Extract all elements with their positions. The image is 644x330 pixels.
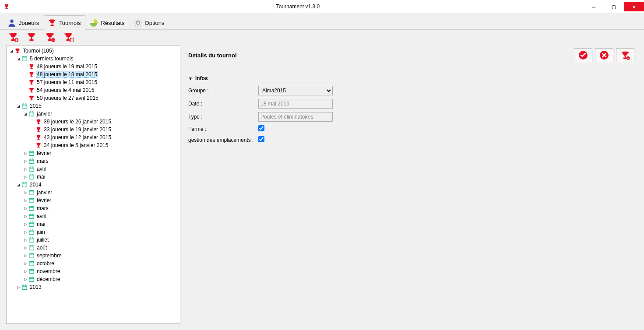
tree-tournament-item[interactable]: 33 joueurs le 19 janvier 2015 — [7, 126, 179, 133]
tree-month-label: octobre — [36, 260, 55, 267]
tree-month[interactable]: avril — [7, 165, 179, 173]
tree-month-label: janvier — [36, 111, 53, 117]
expander-icon[interactable] — [22, 150, 28, 156]
tree-recent-label: 5 derniers tournois — [29, 56, 74, 62]
tree-month[interactable]: octobre — [7, 260, 179, 267]
tree-root[interactable]: Tournoi (105) — [7, 47, 179, 55]
tree-recent[interactable]: 5 derniers tournois — [7, 55, 179, 63]
cancel-button[interactable] — [595, 48, 613, 62]
confirm-button[interactable] — [574, 48, 592, 62]
expander-icon[interactable] — [22, 260, 28, 267]
expander-icon[interactable] — [22, 253, 28, 259]
tree-month[interactable]: mars — [7, 204, 179, 212]
tree-item-label: 43 joueurs le 12 janvier 2015 — [43, 134, 112, 140]
delete-tournament-button[interactable] — [45, 32, 55, 42]
calendar-icon — [28, 111, 35, 117]
export-tournament-button[interactable] — [63, 32, 74, 42]
tree-tournament-item[interactable]: 48 joueurs le 19 mai 2015 — [7, 63, 179, 70]
tree-month[interactable]: mai — [7, 220, 179, 228]
ferme-label: Fermé : — [188, 126, 258, 132]
emplacements-checkbox[interactable] — [258, 136, 264, 142]
remove-tournament-button[interactable] — [616, 48, 634, 62]
tree-tournament-item[interactable]: 48 joueurs le 18 mai 2015 — [7, 70, 179, 78]
tree-month[interactable]: février — [7, 197, 179, 204]
tree-month[interactable]: juin — [7, 228, 179, 236]
tree-year-2013[interactable]: 2013 — [7, 283, 179, 291]
trophy-icon — [28, 79, 35, 85]
tab-options[interactable]: Options — [130, 15, 169, 30]
tree-month[interactable]: avril — [7, 212, 179, 220]
close-button[interactable]: ✕ — [624, 2, 644, 11]
infos-section-header[interactable]: ▼ Infos — [188, 75, 634, 81]
expander-icon[interactable] — [22, 205, 28, 211]
tree-month[interactable]: mai — [7, 173, 179, 181]
expander-icon[interactable] — [22, 111, 28, 117]
expander-icon[interactable] — [22, 158, 28, 164]
tree-month[interactable]: juillet — [7, 236, 179, 244]
calendar-icon — [28, 260, 35, 267]
tournament-tree[interactable]: Tournoi (105) 5 derniers tournois 48 jou… — [6, 46, 180, 324]
tab-joueurs[interactable]: Joueurs — [4, 15, 44, 30]
expander-icon[interactable] — [22, 229, 28, 235]
expander-icon[interactable] — [22, 197, 28, 204]
tree-month[interactable]: février — [7, 149, 179, 157]
tree-tournament-item[interactable]: 43 joueurs le 12 janvier 2015 — [7, 133, 179, 141]
tree-month[interactable]: mars — [7, 157, 179, 165]
expander-icon[interactable] — [22, 174, 28, 180]
date-label: Date : — [188, 101, 258, 107]
tree-tournament-item[interactable]: 50 joueurs le 27 avril 2015 — [7, 94, 179, 102]
main-tabbar: Joueurs Tournois Résultats Options — [0, 13, 644, 30]
tree-tournament-item[interactable]: 57 joueurs le 11 mai 2015 — [7, 78, 179, 86]
expander-icon[interactable] — [22, 166, 28, 172]
expander-icon[interactable] — [22, 237, 28, 243]
tab-options-label: Options — [145, 20, 165, 26]
tree-month[interactable]: décembre — [7, 275, 179, 283]
tree-month-janvier[interactable]: janvier — [7, 110, 179, 118]
expander-icon[interactable] — [8, 48, 14, 54]
calendar-icon — [21, 56, 28, 62]
tree-item-label: 39 joueurs le 26 janvier 2015 — [43, 119, 112, 125]
groupe-label: Groupe : — [188, 88, 258, 94]
minimize-button[interactable]: — — [584, 2, 604, 11]
type-field — [258, 112, 333, 122]
tree-tournament-item[interactable]: 54 joueurs le 4 mai 2015 — [7, 86, 179, 94]
expander-icon[interactable] — [22, 221, 28, 227]
expander-icon[interactable] — [22, 213, 28, 219]
svg-rect-10 — [70, 38, 74, 42]
tab-resultats[interactable]: Résultats — [85, 15, 129, 30]
calendar-icon — [28, 174, 35, 180]
add-tournament-button[interactable] — [8, 32, 18, 42]
calendar-icon — [28, 166, 35, 172]
ferme-checkbox[interactable] — [258, 125, 264, 131]
tree-month-label: décembre — [36, 276, 61, 282]
tree-tournament-item[interactable]: 39 joueurs le 26 janvier 2015 — [7, 118, 179, 126]
calendar-icon — [28, 213, 35, 219]
tree-month[interactable]: novembre — [7, 267, 179, 275]
tree-year-2015[interactable]: 2015 — [7, 102, 179, 110]
expander-icon[interactable] — [15, 284, 21, 290]
expander-icon[interactable] — [22, 276, 28, 282]
trophy-icon — [28, 63, 35, 70]
expander-icon[interactable] — [22, 245, 28, 251]
gear-icon — [134, 18, 142, 27]
expander-icon[interactable] — [15, 182, 21, 188]
tree-month[interactable]: août — [7, 244, 179, 252]
tree-year-2014[interactable]: 2014 — [7, 181, 179, 189]
expander-icon[interactable] — [15, 56, 21, 62]
tree-month-label: mars — [36, 205, 49, 211]
calendar-icon — [28, 268, 35, 274]
maximize-button[interactable]: ▢ — [604, 2, 624, 11]
tree-year-label: 2015 — [29, 103, 42, 109]
expander-icon[interactable] — [22, 190, 28, 196]
expander-icon[interactable] — [22, 268, 28, 274]
tree-month[interactable]: septembre — [7, 252, 179, 260]
tab-tournois[interactable]: Tournois — [44, 15, 85, 30]
emplacements-label: gestion des emplacements : — [188, 137, 258, 143]
edit-tournament-button[interactable] — [26, 32, 37, 42]
expander-icon[interactable] — [15, 103, 21, 109]
titlebar: Tournament v1.3.0 — ▢ ✕ — [0, 0, 644, 13]
groupe-select[interactable]: Alma2015 — [258, 86, 333, 95]
tree-tournament-item[interactable]: 34 joueurs le 5 janvier 2015 — [7, 141, 179, 149]
calendar-icon — [28, 197, 35, 204]
tree-month[interactable]: janvier — [7, 189, 179, 197]
